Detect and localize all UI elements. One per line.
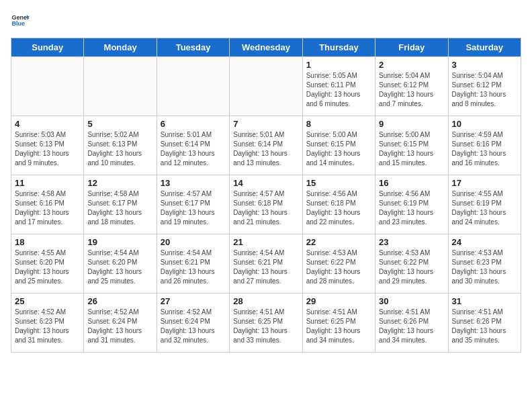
calendar-cell: 14Sunrise: 4:57 AMSunset: 6:18 PMDayligh… [230,175,302,234]
weekday-header-sunday: Sunday [11,38,84,57]
calendar-cell: 12Sunrise: 4:58 AMSunset: 6:17 PMDayligh… [84,175,157,234]
weekday-header-tuesday: Tuesday [157,38,229,57]
day-detail: Sunrise: 4:59 AMSunset: 6:16 PMDaylight:… [452,130,517,168]
day-number: 18 [15,237,80,247]
day-detail: Sunrise: 5:02 AMSunset: 6:13 PMDaylight:… [87,130,152,168]
calendar-week-2: 4Sunrise: 5:03 AMSunset: 6:13 PMDaylight… [11,116,521,175]
day-detail: Sunrise: 4:57 AMSunset: 6:18 PMDaylight:… [233,189,298,227]
header: General Blue [11,11,521,30]
day-number: 11 [15,178,80,188]
day-number: 8 [306,119,371,129]
calendar-cell: 5Sunrise: 5:02 AMSunset: 6:13 PMDaylight… [84,116,157,175]
calendar-cell: 24Sunrise: 4:53 AMSunset: 6:23 PMDayligh… [448,234,521,293]
day-detail: Sunrise: 5:04 AMSunset: 6:12 PMDaylight:… [379,71,444,109]
calendar-cell: 2Sunrise: 5:04 AMSunset: 6:12 PMDaylight… [375,57,448,116]
day-number: 13 [161,178,226,188]
day-detail: Sunrise: 4:54 AMSunset: 6:20 PMDaylight:… [87,248,152,286]
weekday-header-friday: Friday [375,38,448,57]
logo-icon: General Blue [11,11,30,30]
day-number: 16 [379,178,444,188]
day-number: 28 [233,296,298,306]
day-number: 20 [161,237,226,247]
day-number: 4 [15,119,80,129]
calendar-cell [157,57,229,116]
calendar-cell: 17Sunrise: 4:55 AMSunset: 6:19 PMDayligh… [448,175,521,234]
calendar-cell: 30Sunrise: 4:51 AMSunset: 6:26 PMDayligh… [375,293,448,353]
day-detail: Sunrise: 5:05 AMSunset: 6:11 PMDaylight:… [306,71,371,109]
logo: General Blue [11,11,30,30]
calendar-week-3: 11Sunrise: 4:58 AMSunset: 6:16 PMDayligh… [11,175,521,234]
day-number: 15 [306,178,371,188]
day-detail: Sunrise: 5:00 AMSunset: 6:15 PMDaylight:… [379,130,444,168]
day-number: 21 [233,237,298,247]
calendar-cell: 18Sunrise: 4:55 AMSunset: 6:20 PMDayligh… [11,234,84,293]
calendar-cell [11,57,84,116]
calendar-cell: 16Sunrise: 4:56 AMSunset: 6:19 PMDayligh… [375,175,448,234]
calendar-cell: 11Sunrise: 4:58 AMSunset: 6:16 PMDayligh… [11,175,84,234]
day-detail: Sunrise: 5:00 AMSunset: 6:15 PMDaylight:… [306,130,371,168]
day-number: 1 [306,60,371,70]
calendar-table: SundayMondayTuesdayWednesdayThursdayFrid… [11,38,521,353]
day-number: 2 [379,60,444,70]
weekday-header-wednesday: Wednesday [230,38,302,57]
calendar-cell: 22Sunrise: 4:53 AMSunset: 6:22 PMDayligh… [302,234,375,293]
day-detail: Sunrise: 4:53 AMSunset: 6:22 PMDaylight:… [306,248,371,286]
day-detail: Sunrise: 4:58 AMSunset: 6:17 PMDaylight:… [87,189,152,227]
day-detail: Sunrise: 4:52 AMSunset: 6:23 PMDaylight:… [15,308,80,345]
calendar-cell: 23Sunrise: 4:53 AMSunset: 6:22 PMDayligh… [375,234,448,293]
weekday-header-saturday: Saturday [448,38,521,57]
calendar-cell: 27Sunrise: 4:52 AMSunset: 6:24 PMDayligh… [157,293,229,353]
day-number: 29 [306,296,371,306]
day-detail: Sunrise: 4:51 AMSunset: 6:26 PMDaylight:… [379,308,444,345]
day-detail: Sunrise: 4:55 AMSunset: 6:20 PMDaylight:… [15,248,80,286]
day-number: 5 [87,119,152,129]
day-detail: Sunrise: 4:58 AMSunset: 6:16 PMDaylight:… [15,189,80,227]
day-detail: Sunrise: 4:57 AMSunset: 6:17 PMDaylight:… [161,189,226,227]
day-number: 27 [161,296,226,306]
day-number: 7 [233,119,298,129]
calendar-cell: 19Sunrise: 4:54 AMSunset: 6:20 PMDayligh… [84,234,157,293]
day-detail: Sunrise: 5:04 AMSunset: 6:12 PMDaylight:… [452,71,517,109]
day-detail: Sunrise: 5:01 AMSunset: 6:14 PMDaylight:… [233,130,298,168]
day-detail: Sunrise: 5:01 AMSunset: 6:14 PMDaylight:… [161,130,226,168]
calendar-cell: 3Sunrise: 5:04 AMSunset: 6:12 PMDaylight… [448,57,521,116]
day-detail: Sunrise: 4:54 AMSunset: 6:21 PMDaylight:… [161,248,226,286]
calendar-cell: 4Sunrise: 5:03 AMSunset: 6:13 PMDaylight… [11,116,84,175]
day-number: 23 [379,237,444,247]
day-number: 25 [15,296,80,306]
calendar-cell: 1Sunrise: 5:05 AMSunset: 6:11 PMDaylight… [302,57,375,116]
day-detail: Sunrise: 4:55 AMSunset: 6:19 PMDaylight:… [452,189,517,227]
day-number: 14 [233,178,298,188]
calendar-cell: 28Sunrise: 4:51 AMSunset: 6:25 PMDayligh… [230,293,302,353]
day-number: 31 [452,296,517,306]
day-number: 12 [87,178,152,188]
calendar-cell [230,57,302,116]
calendar-cell: 6Sunrise: 5:01 AMSunset: 6:14 PMDaylight… [157,116,229,175]
day-detail: Sunrise: 4:51 AMSunset: 6:26 PMDaylight:… [452,308,517,345]
calendar-week-1: 1Sunrise: 5:05 AMSunset: 6:11 PMDaylight… [11,57,521,116]
day-number: 3 [452,60,517,70]
day-number: 6 [161,119,226,129]
weekday-header-monday: Monday [84,38,157,57]
calendar-cell: 10Sunrise: 4:59 AMSunset: 6:16 PMDayligh… [448,116,521,175]
calendar-cell: 20Sunrise: 4:54 AMSunset: 6:21 PMDayligh… [157,234,229,293]
day-number: 26 [87,296,152,306]
calendar-cell: 13Sunrise: 4:57 AMSunset: 6:17 PMDayligh… [157,175,229,234]
weekday-header-thursday: Thursday [302,38,375,57]
day-detail: Sunrise: 4:53 AMSunset: 6:23 PMDaylight:… [452,248,517,286]
day-detail: Sunrise: 4:51 AMSunset: 6:25 PMDaylight:… [233,308,298,345]
calendar-cell: 15Sunrise: 4:56 AMSunset: 6:18 PMDayligh… [302,175,375,234]
day-detail: Sunrise: 4:56 AMSunset: 6:19 PMDaylight:… [379,189,444,227]
calendar-cell: 26Sunrise: 4:52 AMSunset: 6:24 PMDayligh… [84,293,157,353]
calendar-cell: 21Sunrise: 4:54 AMSunset: 6:21 PMDayligh… [230,234,302,293]
calendar-week-4: 18Sunrise: 4:55 AMSunset: 6:20 PMDayligh… [11,234,521,293]
day-detail: Sunrise: 4:56 AMSunset: 6:18 PMDaylight:… [306,189,371,227]
day-detail: Sunrise: 4:52 AMSunset: 6:24 PMDaylight:… [161,308,226,345]
day-detail: Sunrise: 4:53 AMSunset: 6:22 PMDaylight:… [379,248,444,286]
calendar-cell: 25Sunrise: 4:52 AMSunset: 6:23 PMDayligh… [11,293,84,353]
day-number: 19 [87,237,152,247]
day-detail: Sunrise: 5:03 AMSunset: 6:13 PMDaylight:… [15,130,80,168]
day-number: 30 [379,296,444,306]
day-number: 17 [452,178,517,188]
calendar-cell: 8Sunrise: 5:00 AMSunset: 6:15 PMDaylight… [302,116,375,175]
